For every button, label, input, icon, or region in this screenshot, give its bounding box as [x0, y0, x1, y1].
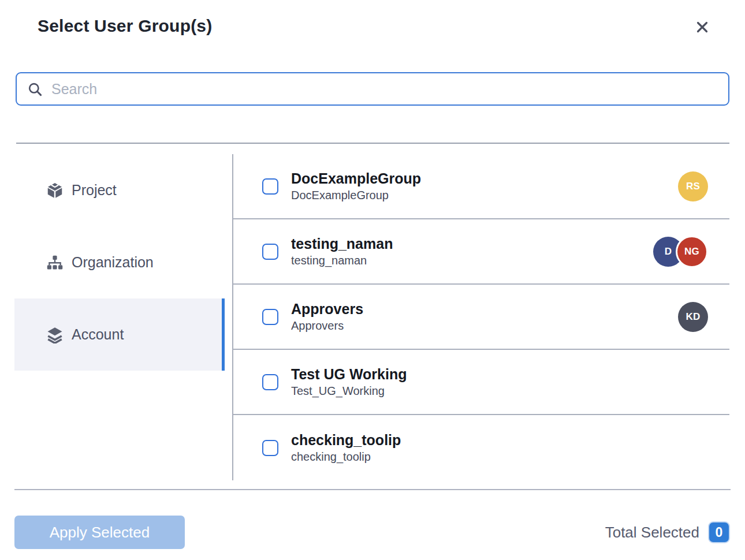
- group-avatars: DNG: [653, 236, 708, 268]
- user-group-row: DocExampleGroup DocExampleGroup RS: [233, 154, 729, 219]
- dialog-title: Select User Group(s): [38, 16, 212, 36]
- group-description: DocExampleGroup: [291, 189, 421, 202]
- search-icon: [27, 81, 43, 97]
- user-group-row: testing_naman testing_naman DNG: [233, 219, 729, 285]
- group-name: DocExampleGroup: [291, 170, 421, 187]
- user-group-list: DocExampleGroup DocExampleGroup RS testi…: [233, 154, 729, 480]
- group-avatars: RS: [678, 171, 708, 201]
- group-checkbox[interactable]: [262, 440, 278, 456]
- close-button[interactable]: [692, 17, 713, 39]
- user-group-row: Test UG Working Test_UG_Working: [233, 350, 729, 415]
- user-group-row: Approvers Approvers KD: [233, 285, 729, 350]
- group-name: testing_naman: [291, 236, 393, 252]
- avatar-rs: RS: [678, 171, 708, 201]
- user-group-row: checking_toolip checking_toolip: [233, 415, 729, 480]
- org-chart-icon: [46, 254, 64, 271]
- dialog-header: Select User Group(s): [0, 0, 745, 36]
- group-description: Approvers: [291, 319, 363, 333]
- total-selected-label: Total Selected: [605, 524, 699, 542]
- dialog-content: Project Organization Account DocExampleG…: [0, 154, 745, 480]
- sidebar-item-organization[interactable]: Organization: [14, 226, 225, 298]
- search-input[interactable]: [51, 81, 718, 98]
- avatar-kd: KD: [678, 302, 708, 332]
- group-description: Test_UG_Working: [291, 384, 407, 398]
- search-box: [16, 72, 729, 106]
- group-checkbox[interactable]: [262, 309, 278, 325]
- group-checkbox[interactable]: [262, 178, 278, 195]
- sidebar: Project Organization Account: [14, 154, 225, 480]
- select-user-groups-dialog: Select User Group(s) Project Organizatio…: [0, 0, 745, 560]
- group-description: checking_toolip: [291, 450, 401, 464]
- dialog-footer: Apply Selected Total Selected 0: [0, 516, 745, 549]
- total-selected: Total Selected 0: [605, 522, 729, 542]
- layers-icon: [46, 326, 64, 344]
- apply-selected-button[interactable]: Apply Selected: [14, 516, 185, 549]
- sidebar-item-project[interactable]: Project: [14, 154, 225, 226]
- total-selected-count-badge: 0: [709, 522, 729, 542]
- group-name: Approvers: [291, 301, 363, 318]
- close-icon: [693, 18, 712, 36]
- sidebar-item-account[interactable]: Account: [14, 298, 225, 371]
- avatar-ng: NG: [676, 236, 708, 268]
- header-divider: [16, 143, 729, 144]
- group-avatars: KD: [678, 302, 708, 332]
- group-checkbox[interactable]: [262, 244, 278, 260]
- group-description: testing_naman: [291, 254, 393, 267]
- group-name: checking_toolip: [291, 432, 401, 449]
- footer-divider: [14, 489, 731, 490]
- cube-icon: [46, 182, 64, 199]
- group-checkbox[interactable]: [262, 374, 278, 390]
- group-name: Test UG Working: [291, 366, 407, 383]
